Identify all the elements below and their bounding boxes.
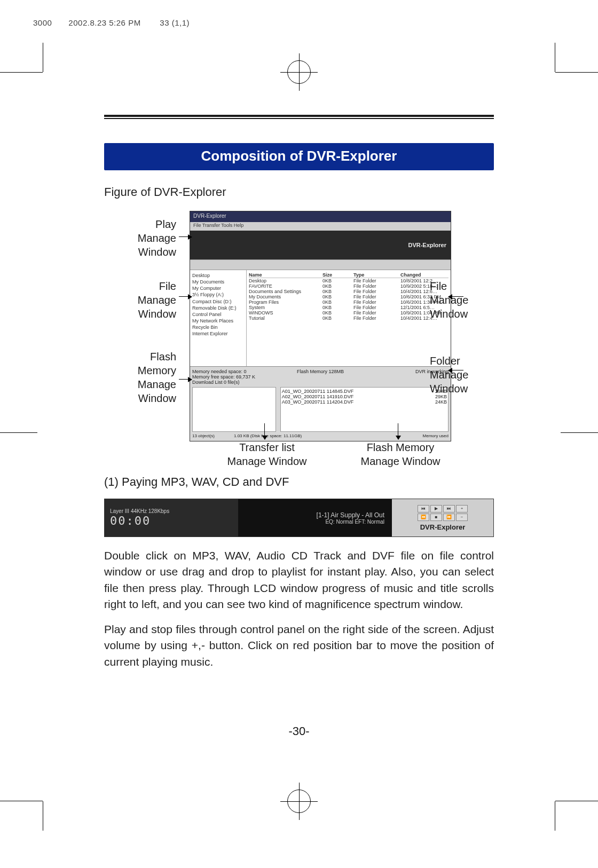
cell: File Folder — [353, 283, 391, 289]
side-tick-left — [0, 432, 37, 433]
tree-item: Desktop — [192, 272, 244, 279]
cell: 24KB — [435, 399, 447, 405]
col-type: Type — [353, 272, 391, 278]
arrow-icon — [179, 296, 192, 297]
rew-button[interactable]: ⏪ — [418, 514, 429, 521]
callout-file-r: FileManageWindow — [430, 279, 510, 321]
ff-button[interactable]: ⏩ — [443, 514, 455, 521]
page-content: Composition of DVR-Explorer Figure of DV… — [48, 115, 550, 729]
callout-flash-b: Flash MemoryManage Window — [342, 440, 459, 468]
cell: File Folder — [353, 310, 391, 315]
lower-panel: Memory needed space: 0Memory free space:… — [190, 366, 451, 441]
status-diskfree: 1.03 KB (Disk free space: 11.11GB) — [234, 433, 419, 438]
arrow-icon — [179, 236, 192, 237]
voldn-button[interactable]: − — [456, 514, 468, 521]
app-toolbar — [190, 259, 451, 270]
section-title: Composition of DVR-Explorer — [104, 143, 494, 170]
tree-item: Control Panel — [192, 311, 244, 318]
cell: Tutorial — [249, 315, 313, 321]
callout-folder: FolderManageWindow — [430, 354, 510, 396]
cell: File Folder — [353, 294, 391, 299]
arrow-icon — [398, 423, 398, 439]
file-list: Name Size Type Changed Desktop0KBFile Fo… — [247, 270, 451, 366]
next-button[interactable]: ⏭ — [443, 505, 455, 512]
tree-item: Removable Disk (E:) — [192, 305, 244, 311]
callout-play: PlayManageWindow — [93, 217, 176, 259]
tree-item: Internet Explorer — [192, 330, 244, 337]
tree-item: My Documents — [192, 279, 244, 285]
rule-top — [104, 115, 494, 119]
eq-eft: EQ: Normal EFT: Normal — [325, 519, 384, 525]
side-tick-right — [561, 432, 598, 433]
app-titlebar: DVR-Explorer — [190, 211, 451, 222]
callout-flash: FlashMemoryManageWindow — [93, 350, 176, 405]
cell: Program Files — [249, 299, 313, 305]
status-memused: Memory used — [423, 433, 448, 438]
cell: Documents and Settings — [249, 289, 313, 294]
strip-brand: DVR-Explorer — [420, 523, 466, 531]
tree-item: 3½ Floppy (A:) — [192, 291, 244, 298]
cell: File Folder — [353, 289, 391, 294]
cell: WINDOWS — [249, 310, 313, 315]
player-strip-screenshot: Layer III 44KHz 128Kbps 00:00 [1-1] Air … — [104, 499, 494, 537]
print-header: 3000 2002.8.23 5:26 PM 33 (1,1) — [33, 18, 190, 28]
col-name: Name — [249, 272, 313, 278]
cell: My Documents — [249, 294, 313, 299]
app-screenshot: DVR-Explorer File Transfer Tools Help DV… — [190, 211, 451, 441]
paragraph-1: Double click on MP3, WAV, Audio CD Track… — [104, 548, 494, 613]
col-size: Size — [322, 272, 344, 278]
arrow-icon — [264, 423, 265, 439]
page-number: -30- — [48, 724, 550, 738]
registration-marks-bottom — [0, 772, 598, 831]
app-menubar: File Transfer Tools Help — [190, 222, 451, 231]
arrow-icon — [448, 370, 463, 370]
cell: Desktop — [249, 278, 313, 283]
flash-mem-header: Flash Memory 128MB — [279, 369, 362, 380]
arrow-icon — [448, 296, 463, 297]
callout-transfer: Transfer listManage Window — [214, 440, 320, 468]
prev-button[interactable]: ⏮ — [418, 505, 429, 512]
tree-item: My Computer — [192, 285, 244, 291]
cell: FAVORITE — [249, 283, 313, 289]
cell: System — [249, 305, 313, 310]
lcd-time: 00:00 — [110, 514, 233, 527]
paragraph-2: Play and stop files through control pane… — [104, 621, 494, 670]
subsection-title: (1) Paying MP3, WAV, CD and DVF — [104, 475, 494, 489]
cell: File Folder — [353, 315, 391, 321]
cell: A03_WO_20020711 114204.DVF — [282, 399, 354, 405]
arrow-icon — [179, 379, 192, 380]
lcd-top: Layer III 44KHz 128Kbps — [110, 508, 233, 514]
registration-marks-top — [0, 43, 598, 101]
now-playing: [1-1] Air Supply - All Out — [317, 511, 384, 519]
diagram: DVR-Explorer File Transfer Tools Help DV… — [93, 211, 505, 462]
status-objects: 13 object(s) — [192, 433, 230, 438]
callout-file-l: FileManageWindow — [93, 279, 176, 321]
tree-item: Compact Disc (D:) — [192, 298, 244, 305]
volup-button[interactable]: + — [456, 505, 468, 512]
download-list-label: Download List 0 file(s) — [192, 380, 448, 385]
tree-item: My Network Places — [192, 318, 244, 324]
figure-caption: Figure of DVR-Explorer — [104, 185, 494, 199]
folder-tree: Desktop My Documents My Computer 3½ Flop… — [190, 270, 247, 366]
cell: File Folder — [353, 278, 391, 283]
app-player-area: DVR-Explorer — [190, 231, 451, 259]
cell: File Folder — [353, 305, 391, 310]
memory-needed: Memory needed space: 0Memory free space:… — [192, 369, 275, 380]
cell: File Folder — [353, 299, 391, 305]
cell: A02_WO_20020711 141910.DVF — [282, 394, 354, 399]
player-brand: DVR-Explorer — [408, 242, 446, 248]
play-button[interactable]: ▶ — [430, 505, 442, 512]
tree-item: Recycle Bin — [192, 324, 244, 330]
col-changed: Changed — [400, 272, 448, 278]
cell: A01_WO_20020711 114845.DVF — [282, 389, 354, 394]
stop-button[interactable]: ■ — [430, 514, 442, 521]
